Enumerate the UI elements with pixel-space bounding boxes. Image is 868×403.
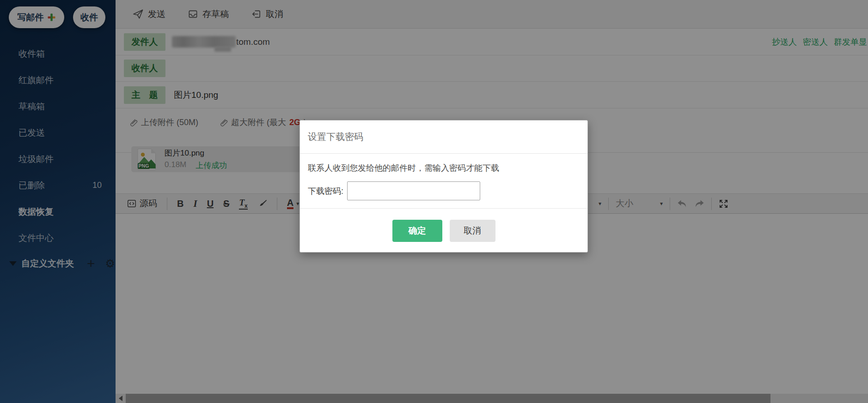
confirm-button[interactable]: 确定 — [392, 220, 442, 242]
download-password-label: 下载密码: — [308, 186, 343, 197]
dialog-footer: 确定 取消 — [300, 208, 587, 253]
dialog-title: 设置下载密码 — [308, 131, 363, 143]
cancel-button[interactable]: 取消 — [450, 220, 495, 242]
dialog-header: 设置下载密码 — [300, 120, 587, 154]
dialog-tip-text: 联系人收到您发给他的邮件时，需输入密码才能下载 — [308, 162, 580, 174]
download-password-input[interactable] — [347, 181, 480, 200]
mail-app: 写邮件 收件 收件箱 红旗邮件 草稿箱 已发送 垃圾邮件 已删除 10 数据恢复 — [0, 0, 868, 403]
download-password-dialog: 设置下载密码 联系人收到您发给他的邮件时，需输入密码才能下载 下载密码: 确定 … — [300, 120, 588, 253]
password-form-row: 下载密码: — [308, 181, 580, 200]
dialog-body: 联系人收到您发给他的邮件时，需输入密码才能下载 下载密码: — [300, 154, 587, 200]
